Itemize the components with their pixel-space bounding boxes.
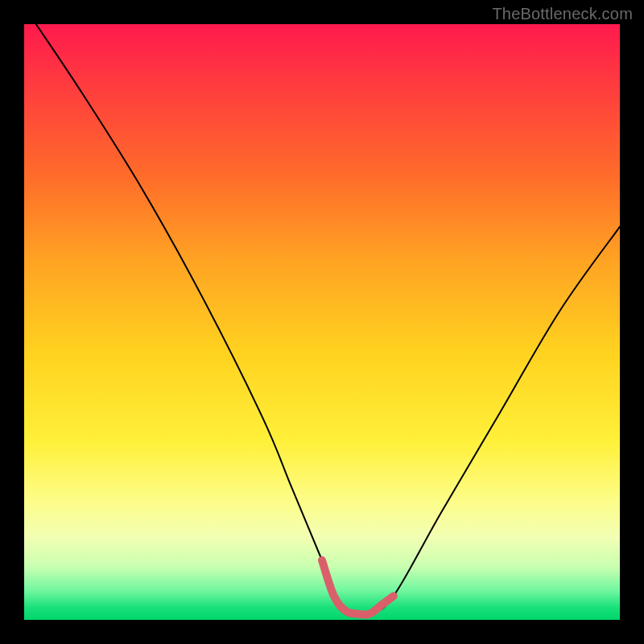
bottleneck-curve-path	[36, 24, 620, 616]
chart-svg	[24, 24, 620, 620]
chart-plot-area	[24, 24, 620, 620]
chart-frame: TheBottleneck.com	[0, 0, 644, 644]
highlight-segment-path	[322, 560, 394, 615]
watermark-text: TheBottleneck.com	[492, 5, 633, 23]
